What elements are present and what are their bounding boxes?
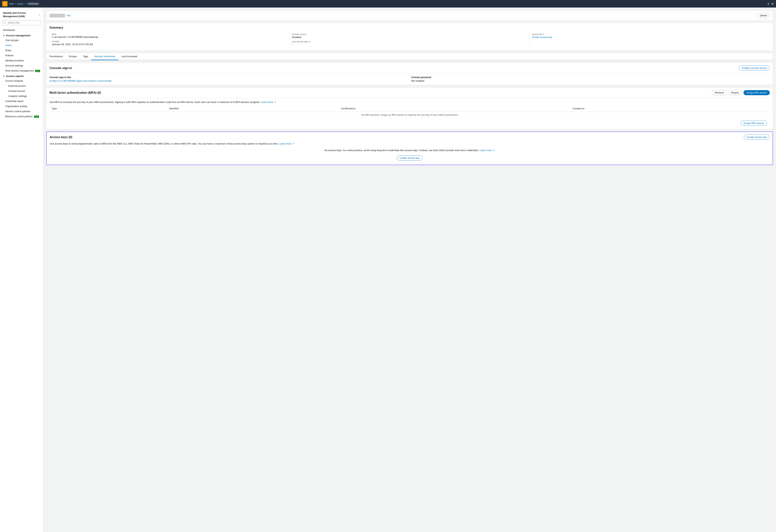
access-keys-note-learn-more[interactable]: Learn more ↗ [479, 149, 495, 152]
sidebar-section-access-management[interactable]: ▼ Access management [0, 32, 43, 38]
tabs-bar: Permissions Groups Tags Security credent… [46, 53, 773, 60]
arn-value: arn:aws:iam::711387096996:user/subbaraju [54, 36, 98, 38]
breadcrumb-users[interactable]: Users [17, 2, 23, 5]
assign-mfa-center-button[interactable]: Assign MFA device [741, 121, 767, 126]
sidebar-item-unused-access[interactable]: Unused access [0, 88, 43, 94]
console-signin-title: Console sign-in [49, 66, 72, 70]
enable-console-access-button[interactable]: Enable console access [739, 65, 770, 70]
tab-permissions[interactable]: Permissions [46, 53, 66, 60]
main-content: subbaraju Info Delete Summary ARN ⧉ arn:… [43, 8, 776, 532]
access-keys-description: Use access keys to send programmatic cal… [50, 142, 770, 145]
sidebar-item-identity-providers[interactable]: Identity providers [0, 58, 43, 63]
console-password-field: Console password Not enabled [411, 76, 770, 82]
console-link-label: Console sign-in link [49, 76, 408, 79]
mfa-description: Use MFA to increase the security of your… [49, 101, 770, 104]
mfa-buttons: Remove Resync Assign MFA device [712, 90, 770, 95]
summary-title: Summary [49, 26, 770, 29]
settings-icon[interactable]: ⚙ [771, 2, 774, 6]
remove-mfa-button[interactable]: Remove [712, 90, 727, 95]
tab-last-accessed[interactable]: Last Accessed [118, 53, 140, 60]
resync-mfa-button[interactable]: Resync [728, 90, 742, 95]
sidebar-section-label: Access management [6, 34, 30, 37]
mfa-col-created: Created on [570, 106, 770, 112]
sidebar-item-root-access[interactable]: Root access management New [0, 68, 43, 73]
sidebar-item-account-settings[interactable]: Account settings [0, 63, 43, 68]
mfa-card: Multi-factor authentication (MFA) (0) Re… [46, 87, 773, 129]
summary-console-cell: Console access Disabled Last console sig… [289, 32, 530, 47]
sidebar-item-service-control[interactable]: Service control policies [0, 109, 43, 114]
sidebar-item-users[interactable]: Users [0, 43, 43, 48]
link-copy-icon[interactable]: ⧉ [49, 79, 51, 82]
sidebar-item-credential-report[interactable]: Credential report [0, 99, 43, 104]
console-link-value: ⧉ https://711387096996.signin.aws.amazon… [49, 79, 408, 82]
sidebar-item-external-access[interactable]: External access [0, 83, 43, 88]
arrow-icon: ▼ [3, 34, 5, 36]
last-signin-label: Last console sign-in [292, 40, 527, 43]
sidebar-item-policies[interactable]: Policies [0, 53, 43, 58]
info-link[interactable]: Info [66, 14, 71, 17]
arrow-icon-reports: ▼ [3, 75, 5, 77]
created-value: January 09, 2025, 15:15 (UTC+05:30) [52, 43, 287, 46]
assign-mfa-button[interactable]: Assign MFA device [744, 90, 770, 95]
console-signin-header: Console sign-in Enable console access [46, 63, 773, 73]
access-keys-header: Access keys (0) Create access key [47, 132, 773, 142]
sidebar-collapse-button[interactable]: < [38, 13, 40, 16]
console-signin-card: Console sign-in Enable console access Co… [46, 63, 773, 85]
sidebar-item-resource-control[interactable]: Resource control policies New [0, 114, 43, 119]
sidebar-item-roles[interactable]: Roles [0, 48, 43, 53]
user-name: subbaraju [49, 14, 65, 17]
access-keys-note: No access keys. As a best practice, avoi… [50, 147, 770, 154]
create-access-key-top-button[interactable]: Create access key [744, 135, 770, 140]
sidebar-item-org-activity[interactable]: Organization activity [0, 104, 43, 109]
console-signin-body: Console sign-in link ⧉ https://711387096… [46, 73, 773, 85]
hamburger-menu[interactable]: ☰ [2, 1, 8, 6]
summary-card: Summary ARN ⧉ arn:aws:iam::711387096996:… [46, 23, 773, 51]
create-access-key-center-button[interactable]: Create access key [397, 155, 422, 161]
tab-tags[interactable]: Tags [80, 53, 91, 60]
menu-icon: ☰ [4, 2, 6, 5]
arn-label: ARN [52, 33, 287, 35]
mfa-col-type: Type [49, 106, 167, 112]
sidebar: Identity and AccessManagement (IAM) < Da… [0, 8, 43, 532]
mfa-header: Multi-factor authentication (MFA) (0) Re… [46, 87, 773, 98]
copy-icon[interactable]: ⧉ [52, 36, 53, 38]
new-badge-resource: New [34, 116, 39, 118]
search-input[interactable] [2, 20, 41, 25]
console-password-value: Not enabled [411, 79, 770, 82]
breadcrumb-sep1: > [14, 2, 16, 5]
breadcrumb-iam[interactable]: IAM [9, 2, 13, 5]
access-keys-learn-more-link[interactable]: Learn more ↗ [279, 142, 294, 145]
mfa-table: Type Identifier Certifications Created o… [49, 106, 770, 118]
sidebar-header: Identity and AccessManagement (IAM) < [0, 10, 43, 20]
new-badge: New [35, 70, 40, 72]
mfa-table-actions: Assign MFA device [49, 118, 770, 127]
access-keys-body: Use access keys to send programmatic cal… [47, 142, 773, 165]
summary-create-access-key-link[interactable]: Create access key [532, 36, 552, 39]
sidebar-item-access-analyzer[interactable]: Access Analyzer [0, 78, 43, 83]
access-keys-title: Access keys (0) [50, 136, 72, 139]
mfa-body: Use MFA to increase the security of your… [46, 98, 773, 129]
arn-row: ⧉ arn:aws:iam::711387096996:user/subbara… [52, 36, 287, 38]
delete-button[interactable]: Delete [757, 13, 770, 18]
tab-security-credentials[interactable]: Security credentials [91, 53, 118, 60]
info-icon[interactable]: ℹ [768, 2, 769, 6]
top-nav-bar: ☰ IAM > Users > subbaraju ℹ ⚙ [0, 0, 776, 8]
sidebar-title: Identity and AccessManagement (IAM) [3, 11, 26, 18]
sidebar-search-container [0, 20, 43, 27]
sidebar-item-user-groups[interactable]: User groups [0, 38, 43, 43]
tabs-card: Permissions Groups Tags Security credent… [46, 53, 773, 60]
mfa-col-certifications: Certifications [339, 106, 570, 112]
mfa-learn-more-link[interactable]: Learn more ↗ [261, 101, 276, 104]
summary-access-key-cell: Access key 1 Create access key [530, 32, 770, 47]
console-link-url: https://711387096996.signin.aws.amazon.c… [52, 79, 112, 82]
tab-groups[interactable]: Groups [66, 53, 80, 60]
sidebar-item-analyzer-settings[interactable]: Analyzer settings [0, 94, 43, 99]
sidebar-item-dashboard[interactable]: Dashboard [0, 27, 43, 32]
created-label: Created [52, 40, 287, 42]
console-grid: Console sign-in link ⧉ https://711387096… [49, 76, 770, 82]
breadcrumb-current: subbaraju [27, 2, 39, 5]
access-key-label: Access key 1 [532, 33, 768, 35]
sidebar-section-access-reports[interactable]: ▼ Access reports [0, 73, 43, 78]
console-password-label: Console password [411, 76, 770, 79]
mfa-col-identifier: Identifier [167, 106, 339, 112]
